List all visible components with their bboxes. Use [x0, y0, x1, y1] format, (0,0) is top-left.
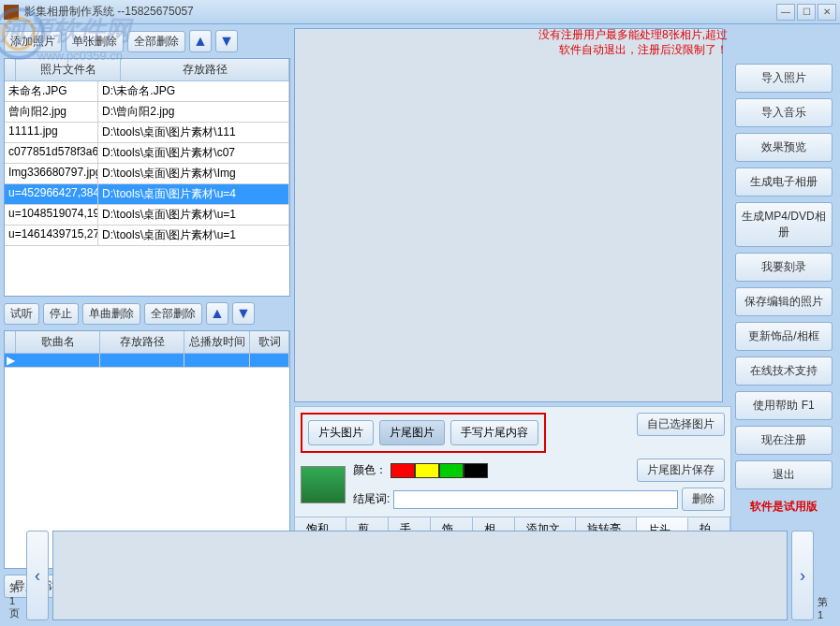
color-swatch[interactable] — [391, 463, 415, 478]
preview-area — [294, 28, 723, 402]
song-row-selected[interactable]: ▶ — [5, 354, 289, 368]
photo-path: D:\tools\桌面\图片素材\111 — [98, 123, 289, 142]
save-tail-image-button[interactable]: 片尾图片保存 — [637, 459, 725, 482]
photo-col-path[interactable]: 存放路径 — [121, 59, 289, 80]
tail-thumbnail — [301, 466, 346, 503]
listen-button[interactable]: 试听 — [4, 303, 39, 325]
trial-label: 软件是试用版 — [735, 499, 833, 515]
photo-path: D:\tools\桌面\图片素材\u=1 — [98, 226, 289, 245]
photo-row[interactable]: 曾向阳2.jpgD:\曾向阳2.jpg — [5, 102, 289, 123]
all-delete-photo-button[interactable]: 全部删除 — [127, 31, 185, 52]
thumbnail-strip[interactable] — [52, 531, 788, 620]
sidebar-button[interactable]: 我要刻录 — [735, 253, 833, 282]
photo-row[interactable]: c077851d578f3a69D:\tools\桌面\图片素材\c07 — [5, 143, 289, 164]
photo-filename: c077851d578f3a69 — [5, 143, 98, 163]
single-delete-photo-button[interactable]: 单张删除 — [66, 31, 124, 52]
color-swatches — [391, 463, 488, 478]
add-photo-button[interactable]: 添加照片 — [4, 31, 62, 52]
photo-filename: 未命名.JPG — [5, 81, 98, 101]
song-down-button[interactable]: ▼ — [232, 302, 255, 325]
photo-row[interactable]: Img336680797.jpgD:\tools\桌面\图片素材\Img — [5, 164, 289, 184]
song-col-path[interactable]: 存放路径 — [100, 331, 184, 353]
close-button[interactable]: ✕ — [818, 4, 836, 21]
photo-path: D:\曾向阳2.jpg — [98, 102, 289, 122]
maximize-button[interactable]: ☐ — [797, 4, 816, 21]
minimize-button[interactable]: — — [776, 4, 795, 21]
photo-filename: u=452966427,3842 — [5, 184, 98, 204]
photo-filename: u=1461439715,276 — [5, 226, 98, 245]
registration-notice-overlay: 没有注册用户最多能处理8张相片,超过 软件自动退出，注册后没限制了！ — [484, 28, 728, 57]
single-delete-song-button[interactable]: 单曲删除 — [82, 303, 140, 325]
photo-down-button[interactable]: ▼ — [215, 30, 238, 52]
stop-button[interactable]: 停止 — [43, 303, 79, 325]
song-up-button[interactable]: ▲ — [206, 302, 228, 325]
handwrite-tail-button[interactable]: 手写片尾内容 — [450, 420, 538, 445]
row-selector-icon: ▶ — [5, 354, 16, 367]
sidebar: 没有注册用户最多能处理8张相片,超过 软件自动退出，注册后没限制了！ 导入照片导… — [735, 28, 836, 599]
sidebar-button[interactable]: 在线技术支持 — [735, 357, 833, 386]
color-swatch[interactable] — [464, 463, 488, 478]
photo-path: D:\tools\桌面\图片素材\u=4 — [98, 184, 289, 204]
sidebar-button[interactable]: 效果预览 — [735, 133, 833, 162]
prev-page-button[interactable]: ‹ — [26, 531, 49, 620]
photo-path: D:\未命名.JPG — [98, 81, 289, 101]
photo-filename: Img336680797.jpg — [5, 164, 98, 183]
page-label-right: 第 1 — [818, 531, 831, 620]
photo-path: D:\tools\桌面\图片素材\u=1 — [98, 205, 289, 225]
photo-up-button[interactable]: ▲ — [189, 30, 212, 52]
photo-toolbar: 添加照片 单张删除 全部删除 ▲ ▼ — [4, 28, 290, 54]
page-label-left: 第 1 页 — [9, 531, 22, 620]
end-word-label: 结尾词: — [353, 491, 390, 507]
end-word-input[interactable] — [393, 490, 678, 509]
sidebar-button[interactable]: 现在注册 — [735, 426, 833, 455]
photo-row[interactable]: u=1048519074,198D:\tools\桌面\图片素材\u=1 — [5, 205, 289, 226]
photo-filename: 曾向阳2.jpg — [5, 102, 98, 122]
photo-row[interactable]: u=452966427,3842D:\tools\桌面\图片素材\u=4 — [5, 184, 289, 205]
all-delete-song-button[interactable]: 全部删除 — [144, 303, 202, 325]
titlebar: 影集相册制作系统 --15825675057 — ☐ ✕ — [0, 0, 840, 24]
sidebar-button[interactable]: 退出 — [735, 460, 833, 489]
photo-path: D:\tools\桌面\图片素材\c07 — [98, 143, 289, 163]
photo-filename: u=1048519074,198 — [5, 205, 98, 225]
delete-tail-button[interactable]: 删除 — [682, 488, 725, 511]
sidebar-button[interactable]: 生成电子相册 — [735, 167, 833, 197]
window-title: 影集相册制作系统 --15825675057 — [24, 4, 776, 20]
photo-row[interactable]: 11111.jpgD:\tools\桌面\图片素材\111 — [5, 123, 289, 143]
select-image-button[interactable]: 自已选择图片 — [637, 413, 725, 436]
song-toolbar: 试听 停止 单曲删除 全部删除 ▲ ▼ — [4, 300, 290, 327]
song-col-name[interactable]: 歌曲名 — [16, 331, 100, 353]
tail-image-button[interactable]: 片尾图片 — [379, 420, 445, 445]
highlight-annotation: 片头图片 片尾图片 手写片尾内容 — [301, 413, 546, 453]
color-label: 颜色： — [353, 462, 387, 478]
photo-col-filename[interactable]: 照片文件名 — [16, 59, 121, 80]
sidebar-button[interactable]: 使用帮助 F1 — [735, 391, 833, 420]
sidebar-button[interactable]: 导入照片 — [735, 64, 833, 93]
color-swatch[interactable] — [415, 463, 439, 478]
sidebar-button[interactable]: 导入音乐 — [735, 98, 833, 127]
sidebar-button[interactable]: 生成MP4/DVD相册 — [735, 202, 833, 247]
color-swatch[interactable] — [439, 463, 464, 478]
next-page-button[interactable]: › — [791, 531, 814, 620]
photo-row[interactable]: u=1461439715,276D:\tools\桌面\图片素材\u=1 — [5, 226, 289, 246]
photo-path: D:\tools\桌面\图片素材\Img — [98, 164, 289, 183]
head-image-button[interactable]: 片头图片 — [308, 420, 374, 445]
photo-filename: 11111.jpg — [5, 123, 98, 142]
song-col-duration[interactable]: 总播放时间 — [184, 331, 250, 353]
photo-row[interactable]: 未命名.JPGD:\未命名.JPG — [5, 81, 289, 102]
sidebar-button[interactable]: 更新饰品/相框 — [735, 322, 833, 351]
sidebar-button[interactable]: 保存编辑的照片 — [735, 287, 833, 316]
app-icon — [4, 5, 19, 20]
photo-grid[interactable]: 照片文件名 存放路径 未命名.JPGD:\未命名.JPG曾向阳2.jpgD:\曾… — [4, 58, 290, 297]
song-col-lyrics[interactable]: 歌词 — [250, 331, 289, 353]
